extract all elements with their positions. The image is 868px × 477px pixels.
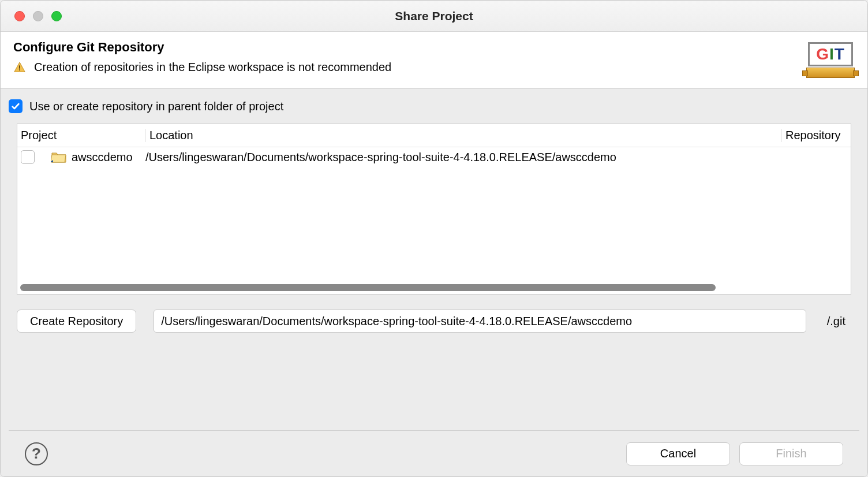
share-project-dialog: Share Project Configure Git Repository C… xyxy=(0,0,868,477)
table-row[interactable]: awsccdemo /Users/lingeswaran/Documents/w… xyxy=(17,147,851,167)
repository-path-input[interactable]: /Users/lingeswaran/Documents/workspace-s… xyxy=(154,310,806,333)
git-logo-icon: GIT xyxy=(806,40,855,78)
titlebar: Share Project xyxy=(1,1,867,32)
window-title: Share Project xyxy=(395,9,473,23)
dialog-footer: ? Cancel Finish xyxy=(9,430,859,476)
dialog-content: Use or create repository in parent folde… xyxy=(1,89,867,476)
column-repository[interactable]: Repository xyxy=(781,129,851,142)
warning-icon xyxy=(13,61,26,74)
minimize-window-button[interactable] xyxy=(33,11,43,21)
page-title: Configure Git Repository xyxy=(13,40,391,55)
horizontal-scrollbar[interactable] xyxy=(20,284,848,291)
repository-path-suffix: /.git xyxy=(824,315,851,328)
cancel-button[interactable]: Cancel xyxy=(626,442,730,465)
column-location[interactable]: Location xyxy=(145,129,781,142)
warning-message: Creation of repositories in the Eclipse … xyxy=(34,61,391,74)
project-name: awsccdemo xyxy=(72,151,133,164)
projects-table: Project Location Repository awsccdemo /U… xyxy=(17,124,851,295)
help-icon[interactable]: ? xyxy=(25,442,48,465)
window-controls xyxy=(1,11,62,21)
maximize-window-button[interactable] xyxy=(51,11,62,21)
column-project[interactable]: Project xyxy=(17,129,145,142)
svg-rect-0 xyxy=(19,65,20,69)
create-repository-button[interactable]: Create Repository xyxy=(17,310,136,333)
table-header: Project Location Repository xyxy=(17,124,851,147)
use-parent-folder-label: Use or create repository in parent folde… xyxy=(29,100,283,113)
folder-share-icon xyxy=(51,151,67,163)
use-parent-folder-checkbox[interactable] xyxy=(9,99,23,113)
finish-button[interactable]: Finish xyxy=(739,442,843,465)
row-checkbox[interactable] xyxy=(21,150,35,164)
svg-rect-1 xyxy=(19,69,20,70)
project-location: /Users/lingeswaran/Documents/workspace-s… xyxy=(145,151,781,164)
dialog-header: Configure Git Repository Creation of rep… xyxy=(1,32,867,89)
close-window-button[interactable] xyxy=(14,11,25,21)
